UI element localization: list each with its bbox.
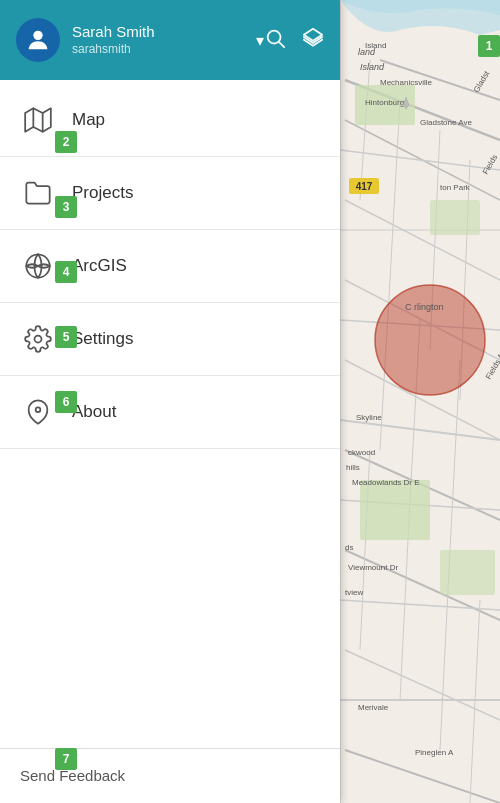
label-4: 4 xyxy=(55,261,77,283)
label-5: 5 xyxy=(55,326,77,348)
svg-line-61 xyxy=(279,42,284,47)
nav-item-settings[interactable]: Settings xyxy=(0,303,340,376)
svg-text:Gladstone Ave: Gladstone Ave xyxy=(420,118,472,127)
svg-text:Meadowlands Dr E: Meadowlands Dr E xyxy=(352,478,420,487)
nav-list: Map Projects ArcGIS xyxy=(0,80,340,748)
nav-item-about[interactable]: About xyxy=(0,376,340,449)
svg-text:Island: Island xyxy=(360,62,385,72)
svg-rect-32 xyxy=(360,480,430,540)
svg-point-68 xyxy=(36,407,41,412)
svg-text:417: 417 xyxy=(356,181,373,192)
nav-item-arcgis[interactable]: ArcGIS xyxy=(0,230,340,303)
svg-point-59 xyxy=(33,31,42,40)
nav-label-arcgis: ArcGIS xyxy=(72,256,127,276)
user-subtitle: sarahsmith xyxy=(72,42,252,58)
map-icon xyxy=(20,102,56,138)
label-3: 3 xyxy=(55,196,77,218)
settings-icon xyxy=(20,321,56,357)
sidebar: Sarah Smith sarahsmith ▾ xyxy=(0,0,340,803)
svg-text:Merivale: Merivale xyxy=(358,703,389,712)
svg-text:C rlington: C rlington xyxy=(405,302,444,312)
svg-text:Pineglen A: Pineglen A xyxy=(415,748,454,757)
svg-point-67 xyxy=(35,336,42,343)
header-icons xyxy=(264,27,324,53)
user-info: Sarah Smith sarahsmith xyxy=(72,22,252,57)
svg-text:tview: tview xyxy=(345,588,363,597)
svg-text:Viewmount Dr: Viewmount Dr xyxy=(348,563,398,572)
layers-icon[interactable] xyxy=(302,27,324,53)
nav-item-map[interactable]: Map xyxy=(0,84,340,157)
svg-text:Island: Island xyxy=(365,41,386,50)
avatar[interactable] xyxy=(16,18,60,62)
label-6: 6 xyxy=(55,391,77,413)
label-7: 7 xyxy=(55,748,77,770)
user-name: Sarah Smith xyxy=(72,22,252,42)
projects-icon xyxy=(20,175,56,211)
svg-marker-63 xyxy=(25,108,51,131)
search-icon[interactable] xyxy=(264,27,286,53)
nav-label-about: About xyxy=(72,402,116,422)
svg-text:Hintonburg: Hintonburg xyxy=(365,98,404,107)
nav-label-map: Map xyxy=(72,110,105,130)
svg-text:Skyline: Skyline xyxy=(356,413,382,422)
svg-rect-31 xyxy=(430,200,480,235)
dropdown-icon[interactable]: ▾ xyxy=(256,31,264,50)
label-2: 2 xyxy=(55,131,77,153)
svg-text:Mechanicsville: Mechanicsville xyxy=(380,78,433,87)
arcgis-icon xyxy=(20,248,56,284)
send-feedback-button[interactable]: Send Feedback xyxy=(0,748,340,803)
about-icon xyxy=(20,394,56,430)
nav-label-settings: Settings xyxy=(72,329,133,349)
nav-item-projects[interactable]: Projects xyxy=(0,157,340,230)
nav-label-projects: Projects xyxy=(72,183,133,203)
svg-text:ton Park: ton Park xyxy=(440,183,471,192)
svg-text:hills: hills xyxy=(346,463,360,472)
sidebar-header: Sarah Smith sarahsmith ▾ xyxy=(0,0,340,80)
label-1: 1 xyxy=(478,35,500,57)
svg-text:ckwood: ckwood xyxy=(348,448,375,457)
svg-rect-33 xyxy=(440,550,495,595)
svg-text:ds: ds xyxy=(345,543,353,552)
